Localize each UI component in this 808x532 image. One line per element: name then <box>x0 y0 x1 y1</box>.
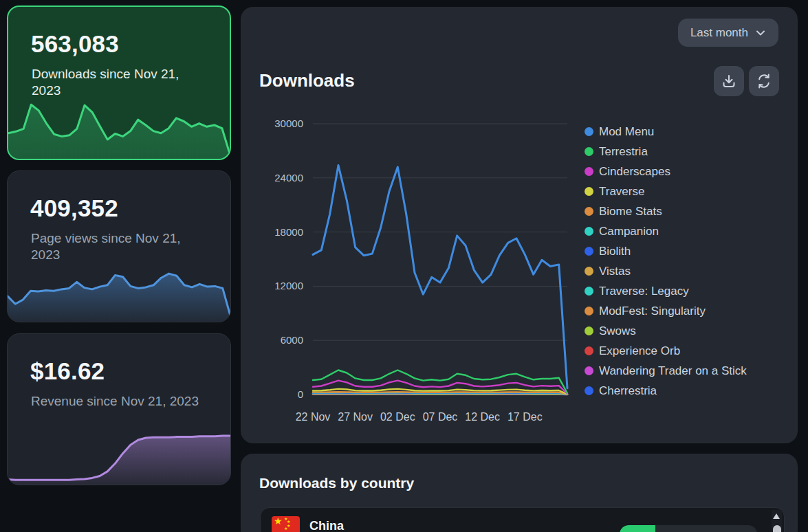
pageviews-total-label: Page views since Nov 21, 2023 <box>31 230 210 263</box>
scrollbar-up-arrow-icon[interactable] <box>773 513 780 519</box>
svg-text:02 Dec: 02 Dec <box>380 411 415 423</box>
period-selector[interactable]: Last month <box>678 19 778 47</box>
legend-label: Mod Menu <box>599 125 654 139</box>
downloads-panel: Last month Downloads 0600012000180002400… <box>241 7 798 443</box>
legend-dot-icon <box>585 207 593 216</box>
legend-dot-icon <box>585 386 593 395</box>
export-button[interactable] <box>714 66 744 96</box>
legend-label: ModFest: Singularity <box>599 304 706 318</box>
downloads-total-label: Downloads since Nov 21, 2023 <box>32 66 210 99</box>
legend-label: Experience Orb <box>599 344 680 358</box>
legend-item[interactable]: ModFest: Singularity <box>585 301 747 321</box>
legend-item[interactable]: Traverse: Legacy <box>585 281 747 301</box>
legend-dot-icon <box>585 346 593 355</box>
legend-dot-icon <box>585 267 593 276</box>
legend-item[interactable]: Traverse <box>585 181 747 201</box>
revenue-total-label: Revenue since Nov 21, 2023 <box>31 393 210 410</box>
legend-label: Swows <box>599 324 636 338</box>
chart-title: Downloads <box>259 70 355 91</box>
legend-dot-icon <box>585 247 593 256</box>
legend-label: Traverse <box>599 185 644 199</box>
legend-dot-icon <box>585 227 593 236</box>
period-selector-label: Last month <box>690 26 748 40</box>
legend-label: Biome Stats <box>599 205 662 219</box>
legend-item[interactable]: Cinderscapes <box>585 162 747 181</box>
country-list-scrollbar[interactable] <box>772 510 782 532</box>
svg-text:30000: 30000 <box>274 118 303 129</box>
legend-dot-icon <box>585 147 593 156</box>
country-panel: Downloads by country ★ ★★ ★★ China <box>241 454 798 532</box>
pageviews-total: 409,352 <box>30 195 118 222</box>
legend-label: Terrestria <box>599 145 648 159</box>
svg-text:6000: 6000 <box>281 334 303 346</box>
country-list: ★ ★★ ★★ China <box>260 507 785 532</box>
refresh-button[interactable] <box>749 66 779 96</box>
legend-item[interactable]: Wandering Trader on a Stick <box>585 361 747 381</box>
legend-label: Wandering Trader on a Stick <box>599 364 747 378</box>
legend-dot-icon <box>585 127 593 136</box>
downloads-sparkline <box>8 101 230 159</box>
analytics-page: 563,083 Downloads since Nov 21, 2023 409… <box>0 0 808 532</box>
legend-dot-icon <box>585 366 593 375</box>
legend-item[interactable]: Campanion <box>585 221 747 241</box>
svg-text:18000: 18000 <box>274 226 303 238</box>
legend-label: Vistas <box>599 265 631 278</box>
country-section-title: Downloads by country <box>259 475 414 491</box>
country-progress-track <box>620 525 757 532</box>
revenue-sparkline <box>8 430 230 485</box>
legend-item[interactable]: Biolith <box>585 241 747 261</box>
country-progress-fill <box>620 525 655 532</box>
svg-text:12000: 12000 <box>274 280 303 291</box>
svg-text:07 Dec: 07 Dec <box>423 411 458 423</box>
legend-item[interactable]: Vistas <box>585 261 747 281</box>
svg-text:17 Dec: 17 Dec <box>507 411 543 423</box>
legend-item[interactable]: Terrestria <box>585 142 747 162</box>
legend-item[interactable]: Cherrestria <box>585 381 747 401</box>
chart-legend: Mod MenuTerrestriaCinderscapesTraverseBi… <box>585 122 747 401</box>
legend-label: Traverse: Legacy <box>599 285 689 298</box>
legend-label: Campanion <box>599 225 659 239</box>
stat-card-pageviews[interactable]: 409,352 Page views since Nov 21, 2023 <box>7 170 231 322</box>
download-icon <box>721 73 737 89</box>
stat-card-downloads[interactable]: 563,083 Downloads since Nov 21, 2023 <box>7 5 231 160</box>
legend-label: Cinderscapes <box>599 165 670 179</box>
legend-item[interactable]: Biome Stats <box>585 201 747 221</box>
legend-dot-icon <box>585 287 593 296</box>
legend-dot-icon <box>585 187 593 196</box>
legend-dot-icon <box>585 167 593 176</box>
downloads-total: 563,083 <box>31 30 119 58</box>
legend-dot-icon <box>585 307 593 315</box>
refresh-icon <box>756 73 772 89</box>
svg-text:0: 0 <box>298 388 303 400</box>
legend-item[interactable]: Experience Orb <box>585 341 747 361</box>
chevron-down-icon <box>755 27 766 38</box>
revenue-total: $16.62 <box>30 357 105 385</box>
svg-text:27 Nov: 27 Nov <box>338 411 373 423</box>
legend-dot-icon <box>585 326 593 335</box>
scrollbar-thumb[interactable] <box>773 525 781 532</box>
svg-text:12 Dec: 12 Dec <box>465 411 500 423</box>
legend-label: Biolith <box>599 245 631 258</box>
stat-card-revenue[interactable]: $16.62 Revenue since Nov 21, 2023 <box>7 333 231 485</box>
svg-text:24000: 24000 <box>274 172 303 184</box>
legend-item[interactable]: Mod Menu <box>585 122 747 142</box>
svg-text:22 Nov: 22 Nov <box>296 411 331 423</box>
china-flag-icon: ★ ★★ ★★ <box>272 516 300 532</box>
pageviews-sparkline <box>8 265 230 322</box>
country-name: China <box>309 519 344 532</box>
legend-item[interactable]: Swows <box>585 321 747 341</box>
legend-label: Cherrestria <box>599 384 657 398</box>
